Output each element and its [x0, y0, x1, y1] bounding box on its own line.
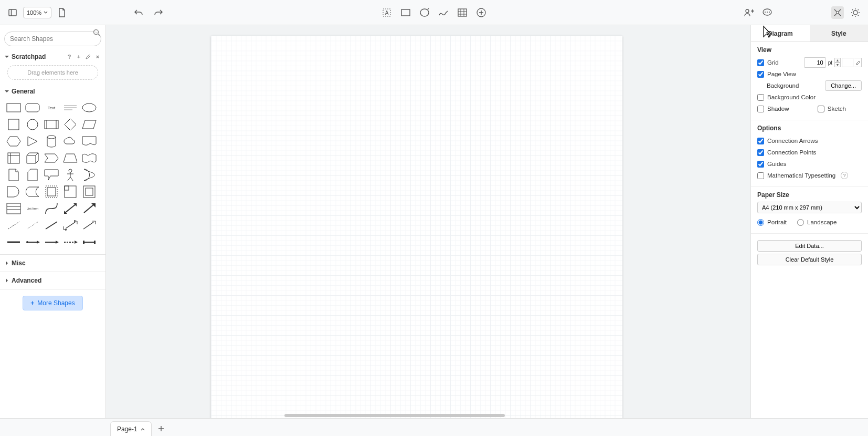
- toggle-sidebar-button[interactable]: [6, 6, 19, 19]
- new-document-button[interactable]: [56, 6, 68, 19]
- shape-line[interactable]: [43, 219, 60, 232]
- shape-link[interactable]: [24, 235, 41, 249]
- guides-checkbox[interactable]: Guides: [757, 161, 786, 168]
- shape-parallelogram[interactable]: [81, 118, 98, 131]
- shape-square[interactable]: [5, 118, 22, 131]
- shape-text[interactable]: Text: [43, 101, 60, 115]
- shape-process[interactable]: [43, 118, 60, 131]
- portrait-radio[interactable]: Portrait: [757, 219, 787, 226]
- scratchpad-dropzone[interactable]: Drag elements here: [7, 65, 98, 80]
- scratchpad-edit-button[interactable]: [84, 53, 92, 60]
- shape-directional-connector[interactable]: [81, 219, 98, 232]
- shape-dotted-line[interactable]: [24, 219, 41, 232]
- background-change-button[interactable]: Change...: [825, 80, 862, 91]
- share-button[interactable]: [743, 6, 756, 19]
- shape-card[interactable]: [24, 168, 41, 182]
- insert-text-button[interactable]: A: [380, 6, 393, 19]
- add-page-button[interactable]: [154, 421, 168, 436]
- shape-dashed-arrow[interactable]: [62, 235, 79, 249]
- shape-list-item[interactable]: List Item: [24, 202, 41, 215]
- shape-arrow-line[interactable]: [43, 235, 60, 249]
- math-typesetting-checkbox[interactable]: Mathematical Typesetting: [757, 172, 835, 179]
- redo-button[interactable]: [152, 6, 165, 19]
- scratchpad-add-button[interactable]: +: [75, 53, 82, 60]
- edit-data-button[interactable]: Edit Data...: [757, 240, 862, 252]
- scratchpad-header[interactable]: Scratchpad ? + ×: [0, 50, 105, 63]
- background-color-checkbox[interactable]: Background Color: [757, 94, 816, 101]
- paper-size-select[interactable]: A4 (210 mm x 297 mm): [757, 202, 862, 213]
- shape-diamond[interactable]: [62, 118, 79, 131]
- shape-data-storage[interactable]: [24, 185, 41, 199]
- horizontal-scrollbar[interactable]: [284, 414, 505, 417]
- connection-points-checkbox[interactable]: Connection Points: [757, 149, 816, 156]
- landscape-radio[interactable]: Landscape: [797, 219, 837, 226]
- shape-ellipse[interactable]: [81, 101, 98, 115]
- search-input[interactable]: [4, 32, 101, 46]
- insert-ellipse-button[interactable]: [418, 6, 431, 19]
- insert-table-button[interactable]: [456, 6, 469, 19]
- tab-diagram[interactable]: Diagram: [751, 25, 810, 41]
- canvas-page[interactable]: [211, 36, 622, 418]
- scratchpad-close-button[interactable]: ×: [94, 53, 101, 60]
- shape-rounded-rectangle[interactable]: [24, 101, 41, 115]
- shape-group[interactable]: [62, 185, 79, 199]
- general-header[interactable]: General: [0, 85, 105, 98]
- grid-spinner[interactable]: ▲▼: [834, 58, 841, 67]
- page-view-checkbox[interactable]: Page View: [757, 71, 796, 78]
- zoom-select[interactable]: 100%: [23, 7, 51, 18]
- comments-button[interactable]: [761, 6, 774, 19]
- shape-connector-bar[interactable]: [81, 235, 98, 249]
- theme-toggle-button[interactable]: [849, 6, 862, 19]
- page-tab-1[interactable]: Page-1: [110, 421, 152, 436]
- tab-style[interactable]: Style: [810, 25, 869, 41]
- shape-cube[interactable]: [24, 151, 41, 165]
- shape-callout[interactable]: [43, 168, 60, 182]
- shadow-checkbox[interactable]: Shadow: [757, 106, 789, 112]
- shape-rectangle[interactable]: [5, 101, 22, 115]
- insert-rectangle-button[interactable]: [399, 6, 412, 19]
- shape-or[interactable]: [81, 168, 98, 182]
- scratchpad-help-button[interactable]: ?: [66, 53, 73, 60]
- insert-more-button[interactable]: [475, 6, 488, 19]
- grid-size-input[interactable]: [804, 57, 826, 68]
- shape-bidirectional-arrow[interactable]: [62, 202, 79, 215]
- shape-list[interactable]: [5, 202, 22, 215]
- format-toggle-button[interactable]: [831, 6, 844, 19]
- shape-note[interactable]: [5, 168, 22, 182]
- shape-step[interactable]: [43, 151, 60, 165]
- grid-checkbox[interactable]: Grid: [757, 59, 779, 66]
- shape-hexagon[interactable]: [5, 134, 22, 148]
- clear-default-style-button[interactable]: Clear Default Style: [757, 254, 862, 265]
- zoom-value: 100%: [27, 9, 41, 16]
- shape-dashed-line[interactable]: [5, 219, 22, 232]
- shape-tape[interactable]: [81, 151, 98, 165]
- shape-document[interactable]: [81, 134, 98, 148]
- shape-triangle[interactable]: [24, 134, 41, 148]
- more-shapes-button[interactable]: + More Shapes: [23, 296, 82, 310]
- shape-frame[interactable]: [81, 185, 98, 199]
- shape-thick-line[interactable]: [5, 235, 22, 249]
- shape-and[interactable]: [5, 185, 22, 199]
- math-help-icon[interactable]: ?: [841, 172, 848, 179]
- insert-freehand-button[interactable]: [437, 6, 450, 19]
- undo-button[interactable]: [132, 6, 145, 19]
- shape-container[interactable]: [43, 185, 60, 199]
- sketch-checkbox[interactable]: Sketch: [818, 106, 846, 112]
- shape-cylinder[interactable]: [43, 134, 60, 148]
- misc-header[interactable]: Misc: [0, 255, 105, 272]
- shape-bidir-connector[interactable]: [62, 219, 79, 232]
- shape-trapezoid[interactable]: [62, 151, 79, 165]
- shape-curve[interactable]: [43, 202, 60, 215]
- shape-actor[interactable]: [62, 168, 79, 182]
- advanced-header[interactable]: Advanced: [0, 272, 105, 289]
- shape-cloud[interactable]: [62, 134, 79, 148]
- shape-circle[interactable]: [24, 118, 41, 131]
- canvas-area[interactable]: [106, 25, 750, 418]
- shape-textbox[interactable]: [62, 101, 79, 115]
- shape-arrow[interactable]: [81, 202, 98, 215]
- connection-arrows-checkbox[interactable]: Connection Arrows: [757, 138, 818, 144]
- actions-section: Edit Data... Clear Default Style: [751, 234, 868, 271]
- grid-color-swatch[interactable]: [842, 58, 853, 67]
- shape-internal-storage[interactable]: [5, 151, 22, 165]
- grid-color-edit[interactable]: [854, 58, 862, 67]
